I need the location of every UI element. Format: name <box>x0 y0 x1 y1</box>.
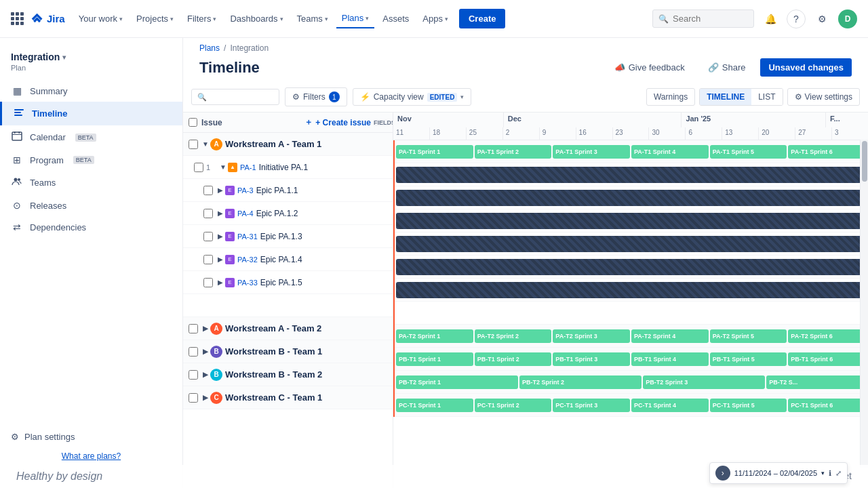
nav-plans[interactable]: Plans ▾ <box>336 9 375 28</box>
timeline-view-button[interactable]: TIMELINE <box>700 89 751 105</box>
list-item[interactable]: ▶ A Workstream A - Team 2 <box>183 317 393 340</box>
expand-icon[interactable]: ▶ <box>216 186 225 195</box>
list-item[interactable]: ▶ B Workstream B - Team 2 <box>183 363 393 386</box>
fields-toggle[interactable]: FIELDS <box>374 119 387 126</box>
sprint-bar[interactable]: PB-T1 Sprint 6 <box>788 352 865 366</box>
info-icon[interactable]: ℹ <box>829 469 831 478</box>
row-checkbox[interactable] <box>203 209 213 218</box>
project-name[interactable]: Integration ▾ <box>11 52 172 62</box>
sidebar-item-timeline[interactable]: Timeline <box>0 102 182 125</box>
prev-nav-button[interactable]: › <box>715 466 730 481</box>
sprint-bar[interactable]: PA-T2 Sprint 5 <box>710 329 787 343</box>
sprint-bar[interactable]: PC-T1 Sprint 3 <box>553 399 630 412</box>
epic-bar[interactable] <box>396 282 865 298</box>
sidebar-item-teams[interactable]: Teams <box>0 171 182 195</box>
row-checkbox[interactable] <box>203 255 213 264</box>
share-button[interactable]: 🔗 Share <box>700 58 754 77</box>
nav-apps[interactable]: Apps ▾ <box>417 9 454 28</box>
sprint-bar[interactable]: PB-T2 S... <box>766 375 865 389</box>
create-button[interactable]: Create <box>459 9 505 28</box>
scrollbar-thumb[interactable] <box>862 141 867 182</box>
issues-search-input[interactable] <box>210 92 273 102</box>
jira-logo[interactable]: Jira <box>31 12 65 26</box>
select-all-checkbox[interactable] <box>189 118 197 127</box>
list-item[interactable]: ▶ E PA-31 Epic PA.1.3 <box>183 225 393 248</box>
list-view-button[interactable]: LIST <box>751 89 782 105</box>
list-item[interactable]: ▼ A Workstream A - Team 1 <box>183 133 393 156</box>
expand-icon[interactable]: ▼ <box>218 163 228 172</box>
sprint-bar[interactable]: PC-T1 Sprint 4 <box>631 399 709 412</box>
epic-bar[interactable] <box>396 213 865 229</box>
epic-bar[interactable] <box>396 167 865 183</box>
sprint-bar[interactable]: PB-T1 Sprint 1 <box>396 352 473 366</box>
nav-filters[interactable]: Filters ▾ <box>182 9 222 28</box>
settings-icon[interactable]: ⚙ <box>812 9 831 28</box>
issues-search[interactable]: 🔍 <box>191 89 279 105</box>
expand-icon[interactable]: ▶ <box>216 278 225 287</box>
row-checkbox[interactable] <box>189 393 198 403</box>
unsaved-changes-button[interactable]: Unsaved changes <box>760 58 852 77</box>
sprint-bar[interactable]: PB-T2 Sprint 1 <box>396 375 518 389</box>
list-item[interactable]: ▶ C Workstream C - Team 1 <box>183 386 393 409</box>
row-checkbox[interactable] <box>189 370 198 380</box>
filters-button[interactable]: ⚙ Filters 1 <box>285 87 347 106</box>
sprint-bar[interactable]: PA-T1 Sprint 4 <box>631 145 709 159</box>
epic-bar[interactable] <box>396 259 865 275</box>
issue-key[interactable]: PA-4 <box>237 209 254 218</box>
issue-key[interactable]: PA-32 <box>237 256 258 264</box>
sprint-bar[interactable]: PA-T1 Sprint 5 <box>710 145 787 159</box>
give-feedback-button[interactable]: 📣 Give feedback <box>606 58 693 77</box>
nav-assets[interactable]: Assets <box>377 9 414 28</box>
sidebar-item-releases[interactable]: ⊙ Releases <box>0 195 182 216</box>
sprint-bar[interactable]: PA-T1 Sprint 1 <box>396 145 473 159</box>
expand-icon[interactable]: ▶ <box>216 232 225 241</box>
expand-icon[interactable]: ⤢ <box>835 469 842 478</box>
row-checkbox[interactable] <box>189 347 198 357</box>
breadcrumb-plans[interactable]: Plans <box>199 43 220 53</box>
issue-key[interactable]: PA-33 <box>237 279 258 287</box>
issue-key[interactable]: PA-3 <box>237 186 254 195</box>
sprint-bar[interactable]: PC-T1 Sprint 1 <box>396 399 473 412</box>
sprint-bar[interactable]: PA-T2 Sprint 4 <box>631 329 709 343</box>
nav-projects[interactable]: Projects ▾ <box>131 9 179 28</box>
create-issue-button[interactable]: ＋ + Create issue <box>304 117 371 128</box>
nav-your-work[interactable]: Your work ▾ <box>73 9 128 28</box>
sprint-bar[interactable]: PA-T1 Sprint 2 <box>475 145 552 159</box>
sprint-bar[interactable]: PC-T1 Sprint 2 <box>475 399 552 412</box>
notifications-icon[interactable]: 🔔 <box>761 9 780 28</box>
epic-bar[interactable] <box>396 190 865 206</box>
row-checkbox[interactable] <box>203 186 213 195</box>
sidebar-item-summary[interactable]: ▦ Summary <box>0 80 182 102</box>
avatar[interactable]: D <box>838 9 857 28</box>
issue-key[interactable]: PA-31 <box>237 232 258 241</box>
expand-icon[interactable]: ▶ <box>201 393 210 403</box>
row-checkbox[interactable] <box>194 163 203 172</box>
expand-icon[interactable]: ▶ <box>216 209 225 218</box>
sprint-bar[interactable]: PB-T2 Sprint 3 <box>643 375 765 389</box>
sprint-bar[interactable]: PB-T1 Sprint 5 <box>710 352 787 366</box>
row-checkbox[interactable] <box>203 232 213 241</box>
sprint-bar[interactable]: PB-T2 Sprint 2 <box>519 375 642 389</box>
sprint-bar[interactable]: PA-T2 Sprint 6 <box>788 329 865 343</box>
row-checkbox[interactable] <box>203 278 213 287</box>
sidebar-item-calendar[interactable]: Calendar BETA <box>0 125 182 149</box>
sprint-bar[interactable]: PB-T1 Sprint 4 <box>631 352 709 366</box>
expand-icon[interactable]: ▶ <box>201 324 210 333</box>
warnings-button[interactable]: Warnings <box>646 88 695 106</box>
sprint-bar[interactable]: PA-T1 Sprint 6 <box>788 145 865 159</box>
expand-icon[interactable]: ▼ <box>201 140 210 149</box>
what-are-plans-link[interactable]: What are plans? <box>11 446 172 466</box>
apps-grid-icon[interactable] <box>11 12 24 25</box>
expand-icon[interactable]: ▶ <box>201 370 210 380</box>
sprint-bar[interactable]: PB-T1 Sprint 3 <box>553 352 630 366</box>
list-item[interactable]: ▶ B Workstream B - Team 1 <box>183 340 393 363</box>
sidebar-item-dependencies[interactable]: ⇄ Dependencies <box>0 216 182 238</box>
sprint-bar[interactable]: PC-T1 Sprint 6 <box>788 399 865 412</box>
sidebar-item-program[interactable]: ⊞ Program BETA <box>0 149 182 171</box>
expand-icon[interactable]: ▶ <box>201 347 210 357</box>
view-settings-button[interactable]: ⚙ View settings <box>787 88 860 106</box>
sprint-bar[interactable]: PB-T1 Sprint 2 <box>475 352 552 366</box>
capacity-view-button[interactable]: ⚡ Capacity view EDITED ▾ <box>353 88 472 106</box>
list-item[interactable]: ▶ E PA-4 Epic PA.1.2 <box>183 202 393 225</box>
epic-bar[interactable] <box>396 236 865 252</box>
